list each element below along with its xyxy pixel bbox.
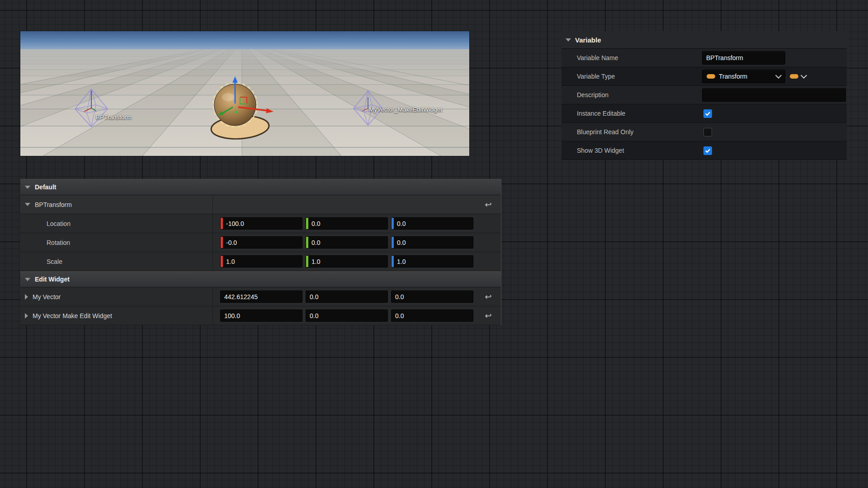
location-row: Location -100.0 0.0 0.0 bbox=[20, 214, 501, 233]
collapse-arrow-icon bbox=[566, 38, 571, 42]
x-axis-color-bar bbox=[221, 256, 223, 267]
bptransform-property-row: BPTransform ↩ bbox=[20, 195, 501, 214]
instance-editable-label: Instance Editable bbox=[561, 110, 702, 117]
variable-section-title: Variable bbox=[575, 36, 601, 44]
category-header-edit-widget[interactable]: Edit Widget bbox=[20, 271, 501, 287]
scale-y-input[interactable]: 1.0 bbox=[306, 255, 388, 267]
my-vector-make-edit-widget-row: My Vector Make Edit Widget 100.0 0.0 0.0… bbox=[20, 306, 501, 325]
location-y-input[interactable]: 0.0 bbox=[306, 217, 388, 230]
viewport-scene bbox=[20, 31, 469, 156]
actor-label-bptransform: BPTransform bbox=[96, 114, 132, 121]
rotation-row: Rotation -0.0 0.0 0.0 bbox=[20, 233, 501, 252]
reset-to-default-button[interactable]: ↩ bbox=[485, 201, 491, 209]
check-icon bbox=[705, 148, 711, 154]
blueprint-read-only-checkbox[interactable] bbox=[703, 128, 712, 136]
chevron-down-icon bbox=[801, 72, 807, 79]
my-vector-x-input[interactable]: 442.612245 bbox=[220, 291, 302, 303]
y-axis-color-bar bbox=[306, 237, 308, 248]
location-z-input[interactable]: 0.0 bbox=[391, 217, 473, 230]
my-vector-label: My Vector bbox=[33, 293, 61, 300]
class-defaults-panel: Default BPTransform ↩ Location -100.0 0.… bbox=[20, 179, 501, 325]
bptransform-property-label: BPTransform bbox=[35, 201, 72, 208]
level-viewport-preview[interactable]: BPTransform MyVector_MakeEditWidget bbox=[20, 31, 469, 156]
collapse-arrow-icon bbox=[25, 186, 30, 189]
variable-name-label: Variable Name bbox=[561, 54, 702, 61]
instance-editable-checkbox[interactable] bbox=[703, 109, 712, 118]
transform-type-pill-icon bbox=[707, 74, 715, 79]
blueprint-read-only-row: Blueprint Read Only bbox=[561, 123, 847, 141]
location-x-input[interactable]: -100.0 bbox=[220, 217, 302, 230]
location-label: Location bbox=[47, 220, 71, 227]
instance-editable-row: Instance Editable bbox=[561, 104, 847, 123]
gizmo-pivot-dot bbox=[235, 111, 237, 113]
container-type-dropdown[interactable] bbox=[790, 74, 806, 79]
category-title-default: Default bbox=[35, 183, 56, 191]
y-axis-color-bar bbox=[306, 256, 308, 267]
my-vector-make-edit-widget-label: My Vector Make Edit Widget bbox=[33, 312, 112, 319]
my-vector-make-edit-widget-z-input[interactable]: 0.0 bbox=[391, 310, 473, 322]
variable-name-input[interactable]: BPTransform bbox=[702, 51, 785, 65]
actor-label-myvector-makeeditwidget: MyVector_MakeEditWidget bbox=[369, 106, 442, 113]
description-label: Description bbox=[561, 91, 702, 99]
scale-row: Scale 1.0 1.0 1.0 bbox=[20, 252, 501, 271]
z-axis-color-bar bbox=[392, 218, 394, 229]
rotation-x-input[interactable]: -0.0 bbox=[220, 236, 302, 249]
expander-icon-my-vector[interactable] bbox=[25, 294, 28, 300]
my-vector-make-edit-widget-x-input[interactable]: 100.0 bbox=[220, 310, 302, 322]
y-axis-color-bar bbox=[306, 218, 308, 229]
rotation-z-input[interactable]: 0.0 bbox=[391, 236, 473, 249]
my-vector-z-input[interactable]: 0.0 bbox=[391, 291, 473, 303]
reset-to-default-button[interactable]: ↩ bbox=[485, 293, 491, 301]
z-axis-color-bar bbox=[392, 237, 394, 248]
variable-name-row: Variable Name BPTransform bbox=[561, 49, 847, 67]
category-header-default[interactable]: Default bbox=[20, 179, 501, 195]
reset-to-default-button[interactable]: ↩ bbox=[485, 312, 491, 320]
my-vector-row: My Vector 442.612245 0.0 0.0 ↩ bbox=[20, 287, 501, 306]
horizon-haze bbox=[20, 49, 469, 78]
expander-icon-my-vector-make-edit-widget[interactable] bbox=[25, 313, 28, 319]
blueprint-editor: { "colors": { "axis_x": "#e2382f", "axis… bbox=[0, 0, 868, 488]
sphere-highlight bbox=[222, 93, 235, 101]
z-axis-color-bar bbox=[392, 256, 394, 267]
show-3d-widget-checkbox[interactable] bbox=[703, 146, 712, 155]
variable-type-value: Transform bbox=[719, 73, 773, 80]
show-3d-widget-label: Show 3D Widget bbox=[561, 147, 702, 154]
variable-type-label: Variable Type bbox=[561, 73, 702, 80]
check-icon bbox=[705, 111, 711, 117]
variable-type-row: Variable Type Transform bbox=[561, 67, 847, 86]
variable-panel: Variable Variable Name BPTransform Varia… bbox=[561, 31, 847, 160]
rotation-y-input[interactable]: 0.0 bbox=[306, 236, 388, 249]
x-axis-color-bar bbox=[221, 237, 223, 248]
sky bbox=[20, 31, 469, 50]
expander-icon-bptransform[interactable] bbox=[25, 203, 30, 206]
category-title-edit-widget: Edit Widget bbox=[35, 276, 70, 283]
rotation-label: Rotation bbox=[47, 239, 70, 246]
scale-x-input[interactable]: 1.0 bbox=[220, 255, 302, 267]
my-vector-make-edit-widget-y-input[interactable]: 0.0 bbox=[306, 310, 388, 322]
chevron-down-icon bbox=[775, 72, 782, 79]
blueprint-read-only-label: Blueprint Read Only bbox=[561, 128, 702, 136]
show-3d-widget-row: Show 3D Widget bbox=[561, 141, 847, 160]
x-axis-color-bar bbox=[221, 218, 223, 229]
my-vector-y-input[interactable]: 0.0 bbox=[306, 291, 388, 303]
scale-label: Scale bbox=[47, 258, 62, 265]
description-input[interactable] bbox=[702, 88, 846, 102]
variable-section-header[interactable]: Variable bbox=[561, 31, 847, 49]
description-row: Description bbox=[561, 86, 847, 104]
container-type-pill-icon bbox=[790, 74, 798, 79]
scale-z-input[interactable]: 1.0 bbox=[391, 255, 473, 267]
collapse-arrow-icon bbox=[25, 278, 30, 281]
variable-type-dropdown[interactable]: Transform bbox=[702, 70, 785, 83]
